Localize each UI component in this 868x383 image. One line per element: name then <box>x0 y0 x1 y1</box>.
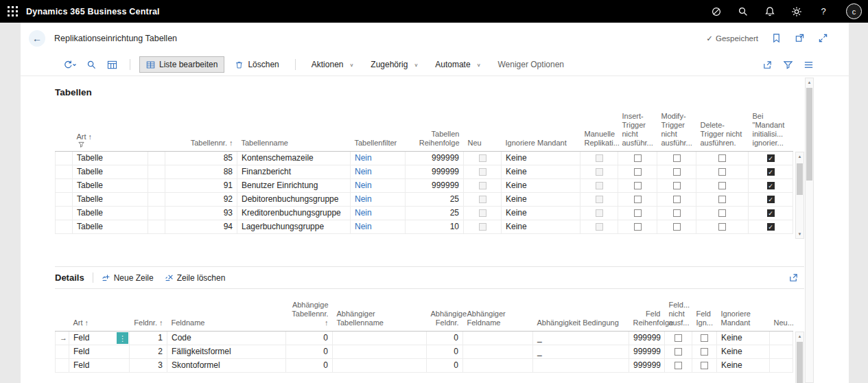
cell-feldname[interactable]: Fälligkeitsformel <box>167 345 286 358</box>
checkbox[interactable] <box>634 223 642 231</box>
column-header-modify[interactable]: Modify-Trigger nicht ausführ... <box>657 100 696 151</box>
cell-ignore_tenant[interactable]: Keine <box>502 165 580 178</box>
checkbox[interactable]: ✓ <box>767 154 775 162</box>
cell-nr[interactable]: 94 <box>165 220 237 233</box>
delete-line-button[interactable]: Zeile löschen <box>165 273 226 283</box>
column-header-init[interactable]: Bei "Mandant initialisi... ignorier... <box>749 100 793 151</box>
table-row[interactable]: Tabelle94LagerbuchungsgruppeNein10Keine✓ <box>56 220 793 233</box>
column-header-feldname[interactable]: Feldname <box>167 292 286 331</box>
actions-menu-button[interactable]: Aktionen∨ <box>305 56 361 73</box>
column-header-name[interactable]: Tabellenname <box>237 100 351 151</box>
checkbox[interactable] <box>675 348 682 356</box>
cell-neu[interactable] <box>770 358 793 372</box>
column-header-nr[interactable]: Tabellennr. ↑ <box>165 100 237 151</box>
cell-filter[interactable]: Nein <box>351 165 406 178</box>
avatar[interactable]: c <box>846 3 862 19</box>
table-row[interactable]: Tabelle88FinanzberichtNein999999Keine✓ <box>56 165 793 178</box>
cell-ignore_tenant[interactable]: Keine <box>502 192 580 206</box>
table-row[interactable]: Tabelle85KontenschemazeileNein999999Kein… <box>56 151 793 165</box>
row-options-button[interactable]: ⋮ <box>117 332 128 344</box>
cell-nr[interactable]: 92 <box>165 192 237 206</box>
checkbox[interactable] <box>718 154 726 162</box>
cell-art[interactable]: Tabelle <box>73 178 148 192</box>
checkbox[interactable] <box>673 196 681 203</box>
cell-feldname[interactable]: Skontoformel <box>167 358 286 372</box>
cell-feldnr[interactable]: 2 <box>130 345 167 358</box>
checkbox[interactable] <box>673 182 681 189</box>
scroll-down-arrow[interactable]: ▼ <box>796 230 804 238</box>
column-header-condition[interactable]: Abhängigkeit Bedingung <box>533 292 629 331</box>
checkbox[interactable]: ✓ <box>767 196 775 203</box>
back-button[interactable]: ← <box>29 30 45 47</box>
column-header-feldnr[interactable]: Feldnr. ↑ <box>130 292 167 331</box>
cell-name[interactable]: Lagerbuchungsgruppe <box>237 220 351 233</box>
cell-name[interactable]: Kontenschemazeile <box>237 151 351 165</box>
refresh-dropdown-icon[interactable] <box>59 58 80 72</box>
cell-ignore_tenant[interactable]: Keine <box>502 206 580 220</box>
cell-dep_table_name[interactable] <box>333 358 427 372</box>
cell-filter[interactable]: Nein <box>351 192 406 206</box>
cell-feldnr[interactable]: 3 <box>130 358 167 372</box>
table-row[interactable]: Tabelle92DebitorenbuchungsgruppeNein25Ke… <box>56 192 793 206</box>
cell-filter[interactable]: Nein <box>351 178 406 192</box>
cell-condition[interactable]: _ <box>533 345 629 358</box>
cell-ignore_tenant[interactable]: Keine <box>502 178 580 192</box>
cell-order[interactable]: 999999 <box>406 165 464 178</box>
checkbox[interactable]: ✓ <box>767 182 775 189</box>
share-icon[interactable] <box>759 58 776 72</box>
search-icon[interactable] <box>737 5 749 18</box>
details-scrollbar[interactable]: ▲ ▼ <box>795 332 804 383</box>
search-action-icon[interactable] <box>83 58 100 72</box>
cell-order[interactable]: 10 <box>406 220 464 233</box>
checkbox[interactable] <box>718 209 726 217</box>
app-title[interactable]: Dynamics 365 Business Central <box>26 7 160 16</box>
cell-dep_table_nr[interactable]: 0 <box>286 345 333 358</box>
checkbox[interactable] <box>634 209 642 217</box>
column-header-art[interactable]: Art ↑ <box>73 100 148 151</box>
checkbox[interactable] <box>718 168 726 176</box>
checkbox[interactable] <box>673 223 681 231</box>
related-menu-button[interactable]: Zugehörig∨ <box>364 56 425 73</box>
checkbox[interactable] <box>634 168 642 176</box>
cell-nr[interactable]: 91 <box>165 178 237 192</box>
column-header-order[interactable]: Feld Reihenfolge <box>629 292 665 331</box>
checkbox[interactable] <box>701 348 708 356</box>
cell-art[interactable]: Tabelle <box>73 206 148 220</box>
cell-nr[interactable]: 93 <box>165 206 237 220</box>
cell-neu[interactable] <box>770 331 793 345</box>
column-header-neu[interactable]: Neu <box>464 100 502 151</box>
cell-order[interactable]: 999999 <box>406 178 464 192</box>
scroll-track[interactable] <box>806 86 813 382</box>
cell-art[interactable]: Tabelle <box>73 165 148 178</box>
cell-name[interactable]: Debitorenbuchungsgruppe <box>237 192 351 206</box>
checkbox[interactable] <box>718 196 726 203</box>
cell-dep_field_nr[interactable]: 0 <box>427 331 463 345</box>
column-header-order[interactable]: Tabellen Reihenfolge <box>406 100 464 151</box>
checkbox[interactable] <box>673 154 681 162</box>
scroll-up-arrow[interactable]: ▲ <box>796 152 804 161</box>
checkbox[interactable] <box>634 182 642 189</box>
cell-ignore_tenant[interactable]: Keine <box>502 220 580 233</box>
table-row[interactable]: Feld3Skontoformel00999999Keine <box>56 358 793 372</box>
column-header-art[interactable]: Art ↑ <box>69 292 130 331</box>
column-header-insert[interactable]: Insert-Trigger nicht ausführ... <box>618 100 657 151</box>
cell-order[interactable]: 999999 <box>629 331 665 345</box>
cell-nr[interactable]: 85 <box>165 151 237 165</box>
column-header-trigger_cb[interactable]: Feld... nicht ausf... <box>665 292 692 331</box>
cell-condition[interactable]: _ <box>533 331 629 345</box>
cell-order[interactable]: 25 <box>406 192 464 206</box>
checkbox[interactable]: ✓ <box>767 168 775 176</box>
fewer-options-button[interactable]: Weniger Optionen <box>491 56 571 73</box>
checkbox[interactable] <box>675 334 682 342</box>
column-header-dep_field_name[interactable]: Abhängiger Feldname <box>463 292 533 331</box>
help-icon[interactable]: ? <box>817 5 830 18</box>
cell-order[interactable]: 999999 <box>406 151 464 165</box>
cell-order[interactable]: 999999 <box>629 345 665 358</box>
automate-menu-button[interactable]: Automate∨ <box>428 56 487 73</box>
checkbox[interactable]: ✓ <box>767 223 775 231</box>
cell-ignore_tenant[interactable]: Keine <box>717 331 770 345</box>
tabellen-scrollbar[interactable]: ▲ ▼ <box>795 152 804 239</box>
cell-dep_field_nr[interactable]: 0 <box>427 358 463 372</box>
delete-button[interactable]: Löschen <box>228 56 285 73</box>
cell-feldname[interactable]: Code <box>167 331 286 345</box>
